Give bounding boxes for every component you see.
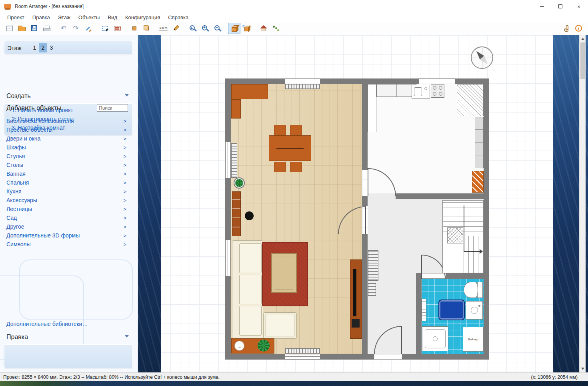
style-knife-button[interactable] <box>82 23 94 34</box>
menu-view[interactable]: Вид <box>104 14 121 21</box>
floor-tab-2[interactable]: 2 <box>39 43 47 52</box>
category-3d-shapes[interactable]: Дополнительные 3D формы> <box>6 231 131 240</box>
sofa-cushion[interactable] <box>239 275 262 304</box>
category-garden[interactable]: Сад> <box>6 213 131 222</box>
menu-project[interactable]: Проект <box>3 14 28 21</box>
category-stairs[interactable]: Лестницы> <box>6 205 131 213</box>
dining-chair[interactable] <box>274 125 286 135</box>
bathroom-wall[interactable] <box>416 273 422 279</box>
compass-rose[interactable] <box>471 46 493 69</box>
menu-configuration[interactable]: Конфигурация <box>121 14 164 21</box>
kitchen-counter[interactable] <box>376 84 416 97</box>
bookshelf[interactable] <box>232 191 241 236</box>
cabinet-top-left[interactable] <box>231 84 268 99</box>
collapse-create-icon[interactable] <box>125 94 129 99</box>
shaft-hatch[interactable] <box>447 227 463 243</box>
category-user-library[interactable]: Библиотека пользователя> <box>6 117 131 125</box>
collapse-edit-icon[interactable] <box>125 335 129 340</box>
window[interactable] <box>225 240 231 276</box>
category-kitchen[interactable]: Кухня> <box>6 187 131 196</box>
category-bathroom[interactable]: Ванная> <box>6 169 131 178</box>
menu-floor[interactable]: Этаж <box>54 14 74 21</box>
decor-bowl[interactable]: … <box>234 341 244 351</box>
sofa-cushion[interactable] <box>239 243 262 273</box>
hall-radiator[interactable] <box>368 250 378 281</box>
category-tables[interactable]: Столы> <box>6 161 131 169</box>
sofa-cushion[interactable] <box>266 315 294 336</box>
corner-cabinet[interactable] <box>457 84 484 116</box>
zoom-fit-button[interactable] <box>186 23 199 34</box>
info-button[interactable]: i <box>572 23 585 34</box>
drawing-canvas[interactable]: … <box>161 35 553 372</box>
floor-tab-1[interactable]: 1 <box>30 43 39 52</box>
radiator[interactable] <box>285 348 320 354</box>
kitchen-cabinet-column[interactable] <box>368 84 376 132</box>
new-project-button[interactable] <box>3 23 16 34</box>
coffee-table[interactable] <box>271 253 297 293</box>
view-3d-button[interactable] <box>228 23 240 34</box>
redo-button[interactable]: ↷ <box>70 23 82 34</box>
floor-lamp[interactable] <box>245 211 254 220</box>
window[interactable] <box>419 78 455 84</box>
dining-chair[interactable] <box>274 162 286 172</box>
additional-libraries-link[interactable]: Дополнительные библиотеки… <box>6 321 88 327</box>
partition-wall[interactable] <box>362 196 368 206</box>
print-button[interactable] <box>40 23 53 34</box>
cabinet-left[interactable] <box>231 99 241 119</box>
category-doors-windows[interactable]: Двери и окна> <box>6 134 131 143</box>
hall-cabinet[interactable] <box>472 171 484 193</box>
tv-screen[interactable] <box>353 269 356 316</box>
door-leaf[interactable] <box>401 326 402 354</box>
vanity-sink[interactable] <box>466 301 483 320</box>
house-3d-button[interactable] <box>257 23 270 34</box>
dining-table[interactable] <box>269 135 311 161</box>
radiator[interactable] <box>285 84 320 89</box>
category-simple-objects[interactable]: Простые объекты> <box>6 125 131 134</box>
scroll-down-icon[interactable] <box>581 368 584 370</box>
towel-radiator[interactable] <box>422 299 426 321</box>
category-accessories[interactable]: Аксессуары> <box>6 196 131 205</box>
scrollbar-thumb[interactable] <box>580 42 585 79</box>
save-button[interactable] <box>28 23 40 34</box>
toilet-tank[interactable] <box>477 282 483 298</box>
bathtub[interactable] <box>438 300 465 320</box>
plant[interactable] <box>258 340 270 352</box>
draw-tool-button[interactable] <box>170 23 182 34</box>
kitchen-hall-wall[interactable] <box>396 193 484 199</box>
window[interactable] <box>285 78 320 84</box>
open-button[interactable] <box>16 23 28 34</box>
wall-left[interactable] <box>225 78 231 360</box>
partition-wall[interactable] <box>362 84 368 170</box>
category-other[interactable]: Другое> <box>6 222 131 231</box>
dining-chair[interactable] <box>290 162 302 172</box>
maximize-button[interactable] <box>551 0 570 13</box>
category-chairs[interactable]: Стулья> <box>6 152 131 161</box>
menu-objects[interactable]: Объекты <box>74 14 104 21</box>
pan-hand-button[interactable] <box>560 23 572 34</box>
shower[interactable] <box>422 326 448 351</box>
menu-help[interactable]: Справка <box>164 14 192 21</box>
close-button[interactable]: × <box>570 0 588 13</box>
search-input[interactable] <box>97 104 128 112</box>
window[interactable] <box>225 142 231 178</box>
door-leaf[interactable] <box>368 168 368 196</box>
stove[interactable] <box>431 84 444 98</box>
zoom-in-button[interactable]: + <box>199 23 211 34</box>
radiator[interactable] <box>231 143 237 178</box>
view-3d-copy-button[interactable] <box>240 23 253 34</box>
walkthrough-button[interactable] <box>270 23 282 34</box>
menu-edit[interactable]: Правка <box>28 14 54 21</box>
window[interactable] <box>285 354 320 360</box>
fridge-column[interactable] <box>475 117 484 168</box>
partition-wall[interactable] <box>362 234 368 354</box>
category-symbols[interactable]: Символы> <box>6 240 131 249</box>
bathroom-wall-top[interactable] <box>446 273 484 279</box>
category-cabinets[interactable]: Шкафы> <box>6 143 131 152</box>
kitchen-sink[interactable] <box>412 85 430 99</box>
dining-chair[interactable] <box>290 125 302 135</box>
potted-plant[interactable] <box>234 177 245 189</box>
scroll-up-icon[interactable] <box>581 38 584 40</box>
floor-tab-3[interactable]: 3 <box>47 43 56 52</box>
move-object-button[interactable] <box>128 23 140 34</box>
media-box[interactable] <box>352 319 360 328</box>
